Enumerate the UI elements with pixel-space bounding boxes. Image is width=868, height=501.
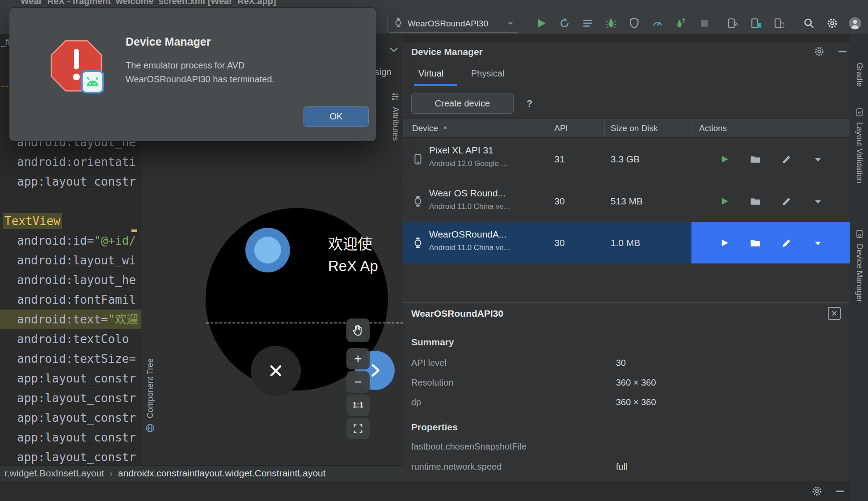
tab-physical[interactable]: Physical [471,61,504,86]
more-actions-chevron-icon[interactable] [812,195,824,207]
code-line[interactable]: android:orientati [0,152,141,172]
code-line[interactable]: app:layout_constr [0,172,141,191]
sort-ascending-icon [442,123,449,133]
code-fold-indicator[interactable]: ... [1,79,8,89]
profile-avatar-icon[interactable] [848,17,862,30]
minimize-icon[interactable] [837,46,848,59]
settings-gear-icon[interactable] [826,17,839,30]
device-manager-error-dialog: Device Manager The emulator process for … [9,8,376,141]
column-header-size[interactable]: Size on Disk [611,119,658,137]
device-actions [691,222,850,263]
stripe-tab-gradle[interactable]: Gradle [850,63,868,87]
device-row-pixel-xl[interactable]: Pixel XL API 31 Android 12.0 Google ... … [403,138,850,181]
code-line[interactable]: android:fontFamil [0,290,141,310]
component-tree-stripe-tab[interactable]: Component Tree [143,358,157,435]
more-actions-chevron-icon[interactable] [812,153,824,165]
preview-blue-circle-inner [254,237,281,263]
code-line[interactable]: app:layout_constr [0,447,141,465]
code-line[interactable]: app:layout_constr [0,369,141,388]
edit-pencil-icon[interactable] [781,153,792,165]
code-line[interactable]: android:layout_wi [0,250,141,270]
settings-gear-icon[interactable] [813,46,825,59]
constraint-guideline [206,323,403,323]
code-line[interactable]: android:textColo [0,329,141,349]
launch-icon[interactable] [718,153,730,165]
zoom-out-button[interactable] [346,371,370,393]
code-line[interactable] [0,191,141,211]
details-divider [403,302,850,303]
search-icon[interactable] [802,17,816,30]
code-line-textview[interactable]: TextView [0,211,141,231]
stop-icon[interactable] [698,17,711,30]
settings-gear-icon[interactable] [811,485,823,499]
ok-button[interactable]: OK [303,106,369,127]
dialog-message: The emulator process for AVD WearOSRound… [126,59,274,86]
wear-device-icon [393,18,403,30]
attributes-stripe-tab[interactable]: Attributes [388,92,402,141]
device-row-wear-os-round[interactable]: Wear OS Round... Android 11.0 China ve..… [403,181,850,222]
code-line[interactable]: app:layout_constr [0,388,141,408]
profiler-icon[interactable] [651,17,664,30]
launch-icon[interactable] [718,237,730,249]
code-line-highlighted[interactable]: android:text="欢迎 [0,310,141,329]
zoom-100-button[interactable]: 1:1 [346,395,370,416]
folder-icon[interactable] [750,153,761,165]
apply-code-changes-icon[interactable] [628,17,641,30]
preview-welcome-text: 欢迎使 ReX Ap [328,233,378,277]
summary-value: 360 × 360 [616,397,656,408]
design-mode-tab-clipped[interactable]: sign [375,67,392,77]
code-line[interactable]: app:layout_constr [0,428,141,447]
rerun-icon[interactable] [558,17,571,30]
breadcrumb-item[interactable]: r.widget.BoxInsetLayout [4,468,104,479]
edit-pencil-icon[interactable] [781,195,792,207]
device-actions [691,181,850,222]
folder-icon[interactable] [750,237,761,249]
chevron-down-icon[interactable] [388,44,400,57]
code-line[interactable]: app:layout_constr [0,408,141,428]
device-actions [691,138,850,181]
editor-tab-clipped[interactable]: _fi [1,37,10,47]
globe-icon [145,423,156,435]
summary-key: API level [411,358,447,368]
more-actions-chevron-icon[interactable] [812,237,824,249]
column-header-api[interactable]: API [554,119,568,137]
stripe-tab-device-manager[interactable]: Device Manager [850,229,868,302]
pan-hand-tool-button[interactable] [346,318,370,342]
layout-validation-icon [855,108,864,119]
column-header-device[interactable]: Device [412,119,449,137]
zoom-to-fit-button[interactable] [346,418,370,439]
dialog-title: Device Manager [126,35,211,48]
tab-virtual[interactable]: Virtual [418,61,443,86]
zoom-in-button[interactable] [346,348,370,369]
layout-inspector-icon[interactable] [750,17,763,30]
run-configuration-selector[interactable]: WearOSRoundAPI30 [388,15,520,33]
panel-title: Device Manager [411,42,483,61]
edit-pencil-icon[interactable] [781,237,792,249]
summary-section-label: Summary [411,337,454,348]
stripe-tab-layout-validation[interactable]: Layout Validation [850,108,868,183]
profile-low-overhead-icon[interactable] [674,17,687,30]
code-line[interactable]: android:layout_he [0,270,141,290]
code-line[interactable]: android:textSize= [0,349,141,369]
device-size: 1.0 MB [611,238,640,248]
column-header-actions[interactable]: Actions [699,119,727,137]
property-value: full [616,462,628,472]
breadcrumb-item[interactable]: androidx.constraintlayout.widget.Constra… [118,468,326,479]
code-line[interactable]: android:id="@+id/ [0,231,141,250]
device-row-wearosroundapi30-selected[interactable]: WearOSRoundA... Android 11.0 China ve...… [403,222,850,263]
minimize-icon[interactable] [834,485,846,499]
device-name: WearOSRoundA... [429,229,507,240]
pair-devices-icon[interactable] [726,17,740,30]
run-icon[interactable] [535,17,548,30]
close-details-icon[interactable] [828,307,841,320]
property-key: runtime.network.speed [411,462,501,472]
create-device-button[interactable]: Create device [411,93,514,114]
device-mirroring-icon[interactable] [773,17,786,30]
help-button[interactable]: ? [527,93,532,114]
folder-icon[interactable] [750,195,761,207]
debug-icon[interactable] [604,17,618,30]
apply-changes-icon[interactable] [581,17,594,30]
error-avd-icon [48,37,105,96]
stripe-label: Layout Validation [855,122,864,183]
launch-icon[interactable] [718,195,730,207]
